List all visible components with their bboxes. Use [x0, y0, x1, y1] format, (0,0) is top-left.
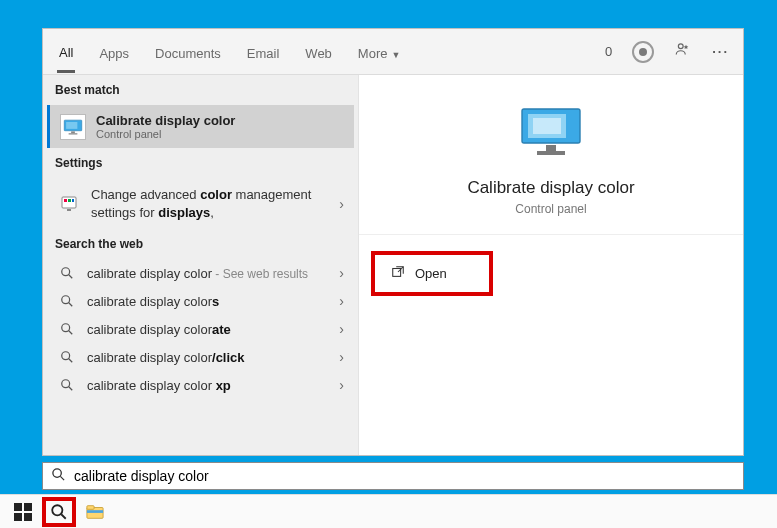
preview-title: Calibrate display color: [467, 178, 634, 198]
web-result-item[interactable]: calibrate display color/click›: [47, 343, 354, 371]
start-button[interactable]: [6, 497, 40, 527]
filter-tabs: All Apps Documents Email Web More▼ 0 ···: [43, 29, 743, 75]
svg-rect-22: [533, 118, 561, 134]
search-icon: [57, 378, 77, 392]
search-bar[interactable]: [42, 462, 744, 490]
svg-rect-25: [393, 269, 401, 277]
chevron-right-icon: ›: [339, 377, 344, 393]
svg-line-13: [69, 303, 73, 307]
tab-documents[interactable]: Documents: [153, 32, 223, 71]
search-icon: [57, 266, 77, 280]
web-result-label: calibrate display color/click: [87, 350, 329, 365]
chevron-down-icon: ▼: [391, 50, 400, 60]
preview-pane: Calibrate display color Control panel: [359, 75, 743, 235]
tab-web[interactable]: Web: [303, 32, 334, 71]
best-match-title: Calibrate display color: [96, 113, 235, 128]
svg-rect-23: [546, 145, 556, 151]
open-action[interactable]: Open: [371, 251, 493, 296]
chevron-right-icon: ›: [339, 321, 344, 337]
web-result-label: calibrate display colors: [87, 294, 329, 309]
svg-rect-35: [87, 505, 94, 509]
search-icon: [57, 322, 77, 336]
svg-rect-30: [14, 513, 22, 521]
color-settings-icon: [57, 195, 81, 213]
svg-rect-29: [24, 503, 32, 511]
svg-rect-5: [62, 197, 76, 208]
chevron-right-icon: ›: [339, 293, 344, 309]
svg-rect-7: [68, 199, 71, 202]
taskbar: [0, 494, 777, 528]
svg-line-27: [60, 476, 64, 480]
svg-line-17: [69, 359, 73, 363]
open-label: Open: [415, 266, 447, 281]
web-result-item[interactable]: calibrate display color xp›: [47, 371, 354, 399]
web-result-item[interactable]: calibrate display color - See web result…: [47, 259, 354, 287]
rewards-icon[interactable]: [632, 41, 654, 63]
svg-point-32: [52, 505, 62, 515]
chevron-right-icon: ›: [339, 349, 344, 365]
tab-apps[interactable]: Apps: [97, 32, 131, 71]
svg-rect-6: [64, 199, 67, 202]
svg-rect-31: [24, 513, 32, 521]
more-options-icon[interactable]: ···: [712, 44, 729, 59]
web-result-label: calibrate display colorate: [87, 322, 329, 337]
settings-item-label: Change advanced color management setting…: [91, 186, 329, 221]
rewards-count: 0: [605, 44, 612, 59]
svg-point-0: [679, 44, 684, 49]
results-column: Best match Calibrate display color Contr…: [43, 75, 359, 455]
file-explorer-button[interactable]: [78, 497, 112, 527]
svg-line-11: [69, 275, 73, 279]
monitor-icon: [60, 114, 86, 140]
tab-email[interactable]: Email: [245, 32, 282, 71]
search-icon: [57, 294, 77, 308]
svg-point-26: [53, 469, 61, 477]
svg-rect-28: [14, 503, 22, 511]
svg-rect-4: [69, 133, 78, 134]
svg-line-33: [61, 514, 66, 519]
svg-line-15: [69, 331, 73, 335]
svg-point-12: [62, 296, 70, 304]
taskbar-search-button[interactable]: [42, 497, 76, 527]
web-result-label: calibrate display color - See web result…: [87, 266, 329, 281]
preview-column: Calibrate display color Control panel Op…: [359, 75, 743, 455]
web-result-label: calibrate display color xp: [87, 378, 329, 393]
chevron-right-icon: ›: [339, 196, 344, 212]
monitor-icon: [519, 105, 583, 162]
svg-rect-9: [67, 209, 71, 211]
search-icon: [51, 467, 66, 485]
svg-point-14: [62, 324, 70, 332]
search-panel: All Apps Documents Email Web More▼ 0 ···…: [42, 28, 744, 456]
preview-subtitle: Control panel: [515, 202, 586, 216]
svg-point-10: [62, 268, 70, 276]
open-icon: [391, 265, 405, 282]
svg-rect-36: [87, 510, 103, 513]
tab-all[interactable]: All: [57, 31, 75, 73]
chevron-right-icon: ›: [339, 265, 344, 281]
best-match-result[interactable]: Calibrate display color Control panel: [47, 105, 354, 148]
section-settings: Settings: [43, 148, 358, 178]
svg-rect-24: [537, 151, 565, 155]
svg-point-18: [62, 380, 70, 388]
section-search-web: Search the web: [43, 229, 358, 259]
web-result-item[interactable]: calibrate display colors›: [47, 287, 354, 315]
search-input[interactable]: [74, 468, 735, 484]
settings-item[interactable]: Change advanced color management setting…: [47, 178, 354, 229]
svg-rect-3: [71, 131, 75, 133]
search-icon: [57, 350, 77, 364]
svg-rect-8: [72, 199, 74, 202]
best-match-subtitle: Control panel: [96, 128, 235, 140]
section-best-match: Best match: [43, 75, 358, 105]
svg-line-19: [69, 387, 73, 391]
feedback-icon[interactable]: [674, 41, 692, 62]
web-result-item[interactable]: calibrate display colorate›: [47, 315, 354, 343]
tab-more[interactable]: More▼: [356, 32, 403, 71]
svg-rect-2: [66, 122, 77, 129]
svg-point-16: [62, 352, 70, 360]
